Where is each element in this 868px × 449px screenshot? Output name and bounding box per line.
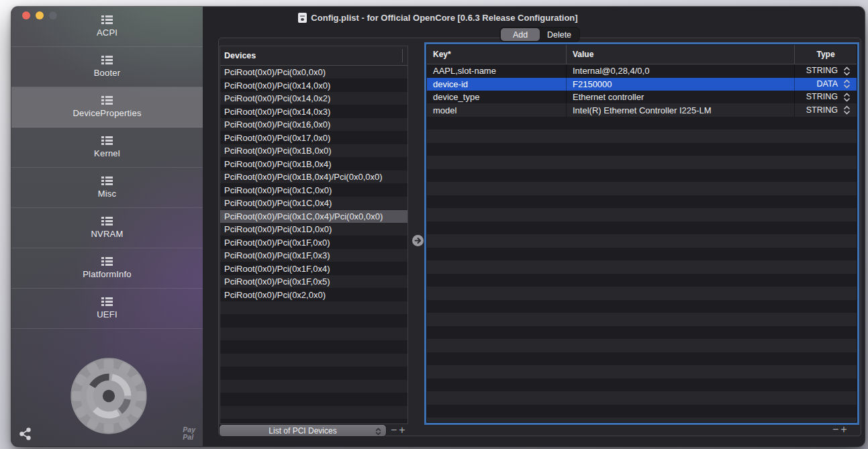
share-icon[interactable] xyxy=(19,428,32,440)
device-row[interactable]: PciRoot(0x0)/Pci(0x1F,0x0) xyxy=(220,236,407,250)
device-row[interactable]: PciRoot(0x0)/Pci(0x1B,0x0) xyxy=(220,144,407,158)
sidebar-item-label: PlatformInfo xyxy=(83,269,132,279)
sidebar: ACPI Booter DeviceProperties xyxy=(11,7,203,446)
device-row[interactable]: PciRoot(0x0)/Pci(0x1B,0x4)/Pci(0x0,0x0) xyxy=(220,170,407,184)
sidebar-item-label: NVRAM xyxy=(91,229,124,239)
device-row[interactable]: PciRoot(0x0)/Pci(0x1D,0x0) xyxy=(220,223,407,236)
list-icon xyxy=(101,56,113,64)
device-row[interactable]: PciRoot(0x0)/Pci(0x16,0x0) xyxy=(220,118,407,132)
dropdown-updown-icon xyxy=(375,426,381,438)
column-header-key[interactable]: Key* xyxy=(427,45,567,64)
property-row[interactable]: device-id F2150000 DATA xyxy=(427,78,857,91)
list-icon xyxy=(101,136,113,145)
property-value-cell[interactable]: Internal@0,28,4/0,0 xyxy=(567,64,795,78)
list-icon xyxy=(101,217,113,226)
type-updown-stepper-icon[interactable] xyxy=(843,66,851,76)
properties-table-body: AAPL,slot-name Internal@0,28,4/0,0 STRIN… xyxy=(427,64,857,422)
device-row[interactable]: PciRoot(0x0)/Pci(0x1C,0x4)/Pci(0x0,0x0) xyxy=(220,210,407,223)
sidebar-item-platforminfo[interactable]: PlatformInfo xyxy=(11,248,203,289)
type-updown-stepper-icon[interactable] xyxy=(843,105,851,115)
property-type-label: STRING xyxy=(806,64,838,78)
device-row[interactable]: PciRoot(0x0)/Pci(0x1C,0x4) xyxy=(220,197,407,210)
device-row[interactable]: PciRoot(0x0)/Pci(0x1F,0x5) xyxy=(220,275,407,289)
paypal-link[interactable]: Pay Pal xyxy=(183,426,195,441)
type-updown-stepper-icon[interactable] xyxy=(843,79,851,89)
list-icon xyxy=(101,15,113,24)
property-row[interactable]: model Intel(R) Ethernet Controller I225-… xyxy=(427,104,857,117)
sidebar-item-label: DeviceProperties xyxy=(73,108,141,118)
app-window: Add Delete Devices PciRoot(0x0)/Pci(0x0,… xyxy=(11,7,865,446)
sidebar-item-label: UEFI xyxy=(97,309,117,319)
property-key-cell[interactable]: AAPL,slot-name xyxy=(427,64,567,78)
add-delete-segmented-control: Add Delete xyxy=(500,28,579,42)
properties-add-remove-controls: − + xyxy=(832,423,847,436)
list-icon xyxy=(101,297,113,306)
zoom-button[interactable] xyxy=(49,11,57,19)
property-type-label: STRING xyxy=(806,104,838,117)
sidebar-item-label: Kernel xyxy=(94,148,120,158)
transfer-arrow-button[interactable] xyxy=(412,235,424,246)
pci-devices-dropdown[interactable]: List of PCI Devices xyxy=(220,425,386,436)
column-header-type[interactable]: Type xyxy=(795,45,857,64)
device-row[interactable]: PciRoot(0x0)/Pci(0x14,0x2) xyxy=(220,92,407,105)
device-row[interactable]: PciRoot(0x0)/Pci(0x14,0x3) xyxy=(220,105,407,119)
property-value-cell[interactable]: Ethernet controller xyxy=(567,91,795,104)
main-content-area: Add Delete Devices PciRoot(0x0)/Pci(0x0,… xyxy=(203,7,865,446)
sidebar-item-label: ACPI xyxy=(97,28,117,38)
list-icon xyxy=(101,177,113,185)
opencore-gear-logo xyxy=(66,353,152,439)
desktop-background: { "window": { "title": "Config.plist - f… xyxy=(0,0,868,449)
traffic-lights xyxy=(22,11,57,19)
dropdown-selected-label: List of PCI Devices xyxy=(220,426,386,436)
sidebar-item-nvram[interactable]: NVRAM xyxy=(11,208,203,248)
sidebar-item-deviceproperties[interactable]: DeviceProperties xyxy=(11,87,203,128)
delete-button[interactable]: Delete xyxy=(540,28,579,41)
sidebar-item-uefi[interactable]: UEFI xyxy=(11,289,203,329)
properties-panel: Key* Value Type AAPL,slot-name Internal@… xyxy=(426,44,857,423)
properties-header-row: Key* Value Type xyxy=(427,45,857,64)
device-row[interactable]: PciRoot(0x0)/Pci(0x1B,0x4) xyxy=(220,158,407,171)
devices-column-header[interactable]: Devices xyxy=(220,46,407,66)
list-icon xyxy=(101,257,113,266)
device-row[interactable]: PciRoot(0x0)/Pci(0x1C,0x0) xyxy=(220,184,407,197)
property-key-cell[interactable]: device-id xyxy=(427,78,567,91)
paypal-line2: Pal xyxy=(183,434,195,441)
type-updown-stepper-icon[interactable] xyxy=(843,93,851,102)
minimize-button[interactable] xyxy=(36,11,44,19)
property-type-cell[interactable]: DATA xyxy=(795,78,857,91)
device-row[interactable]: PciRoot(0x0)/Pci(0x17,0x0) xyxy=(220,132,407,145)
add-device-button[interactable]: + xyxy=(399,424,405,436)
devices-panel: Devices PciRoot(0x0)/Pci(0x0,0x0) PciRoo… xyxy=(220,46,408,424)
remove-property-button[interactable]: − xyxy=(832,423,838,436)
sidebar-item-booter[interactable]: Booter xyxy=(11,47,203,87)
property-row[interactable]: AAPL,slot-name Internal@0,28,4/0,0 STRIN… xyxy=(427,64,857,78)
property-type-label: DATA xyxy=(817,78,838,91)
close-button[interactable] xyxy=(22,11,30,19)
sidebar-item-label: Booter xyxy=(94,68,121,78)
device-row[interactable]: PciRoot(0x0)/Pci(0x2,0x0) xyxy=(220,289,407,302)
sidebar-item-label: Misc xyxy=(98,189,117,199)
add-property-button[interactable]: + xyxy=(840,423,847,436)
property-value-cell[interactable]: F2150000 xyxy=(567,78,795,91)
device-row[interactable]: PciRoot(0x0)/Pci(0x1F,0x4) xyxy=(220,262,407,276)
property-type-cell[interactable]: STRING xyxy=(795,64,857,78)
device-row[interactable]: PciRoot(0x0)/Pci(0x0,0x0) xyxy=(220,66,407,79)
device-row[interactable]: PciRoot(0x0)/Pci(0x14,0x0) xyxy=(220,79,407,93)
sidebar-items: ACPI Booter DeviceProperties xyxy=(11,7,203,329)
column-header-value[interactable]: Value xyxy=(567,45,795,64)
arrow-right-icon xyxy=(414,237,422,244)
sidebar-item-misc[interactable]: Misc xyxy=(11,168,203,208)
property-row[interactable]: device_type Ethernet controller STRING xyxy=(427,91,857,104)
property-value-cell[interactable]: Intel(R) Ethernet Controller I225-LM xyxy=(567,104,795,117)
property-type-cell[interactable]: STRING xyxy=(795,104,857,117)
device-row[interactable]: PciRoot(0x0)/Pci(0x1F,0x3) xyxy=(220,249,407,262)
devices-add-remove-controls: − + xyxy=(391,424,405,436)
property-type-cell[interactable]: STRING xyxy=(795,91,857,104)
devices-list: PciRoot(0x0)/Pci(0x0,0x0) PciRoot(0x0)/P… xyxy=(220,66,407,423)
property-key-cell[interactable]: model xyxy=(427,104,567,117)
property-key-cell[interactable]: device_type xyxy=(427,91,567,104)
property-type-label: STRING xyxy=(806,91,838,104)
add-button[interactable]: Add xyxy=(501,28,540,41)
sidebar-item-kernel[interactable]: Kernel xyxy=(11,128,203,168)
remove-device-button[interactable]: − xyxy=(391,424,397,436)
